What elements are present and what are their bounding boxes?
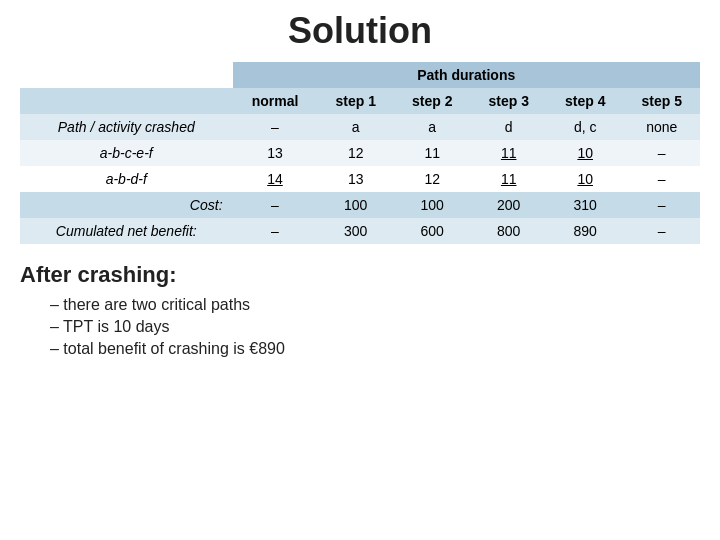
data-cell-1-2: 11	[394, 140, 471, 166]
path-activity-cell-4: d, c	[547, 114, 624, 140]
path-activity-cell-2: a	[394, 114, 471, 140]
bullet-item-2: total benefit of crashing is €890	[50, 340, 700, 358]
data-cell-1-1: 12	[317, 140, 394, 166]
col-header-step3: step 3	[470, 88, 547, 114]
benefit-cell-1: 300	[317, 218, 394, 244]
col-header-normal: normal	[233, 88, 318, 114]
row-label-1: a-b-c-e-f	[20, 140, 233, 166]
col-header-step2: step 2	[394, 88, 471, 114]
col-header-step1: step 1	[317, 88, 394, 114]
data-cell-1-5: –	[623, 140, 700, 166]
data-cell-2-3: 11	[470, 166, 547, 192]
col-header-step4: step 4	[547, 88, 624, 114]
bullet-item-0: there are two critical paths	[50, 296, 700, 314]
cost-cell-4: 310	[547, 192, 624, 218]
data-cell-2-1: 13	[317, 166, 394, 192]
cost-cell-0: –	[233, 192, 318, 218]
after-crashing-heading: After crashing:	[20, 262, 700, 288]
cost-cell-3: 200	[470, 192, 547, 218]
benefit-cell-3: 800	[470, 218, 547, 244]
benefit-cell-0: –	[233, 218, 318, 244]
row-label-2: a-b-d-f	[20, 166, 233, 192]
benefit-cell-4: 890	[547, 218, 624, 244]
benefit-cell-2: 600	[394, 218, 471, 244]
data-cell-1-3: 11	[470, 140, 547, 166]
col-header-step5: step 5	[623, 88, 700, 114]
col-header-label	[20, 88, 233, 114]
data-cell-2-4: 10	[547, 166, 624, 192]
benefit-cell-5: –	[623, 218, 700, 244]
data-cell-1-0: 13	[233, 140, 318, 166]
path-activity-label: Path / activity crashed	[20, 114, 233, 140]
cost-label: Cost:	[20, 192, 233, 218]
cost-cell-2: 100	[394, 192, 471, 218]
bullet-list: there are two critical pathsTPT is 10 da…	[50, 296, 700, 358]
path-activity-cell-0: –	[233, 114, 318, 140]
data-cell-2-0: 14	[233, 166, 318, 192]
data-cell-2-2: 12	[394, 166, 471, 192]
data-cell-2-5: –	[623, 166, 700, 192]
cost-cell-5: –	[623, 192, 700, 218]
path-activity-cell-5: none	[623, 114, 700, 140]
cost-cell-1: 100	[317, 192, 394, 218]
path-activity-cell-3: d	[470, 114, 547, 140]
data-cell-1-4: 10	[547, 140, 624, 166]
page-title: Solution	[20, 10, 700, 52]
bullet-item-1: TPT is 10 days	[50, 318, 700, 336]
path-durations-header: Path durations	[233, 62, 700, 88]
solution-table: Path durations normal step 1 step 2 step…	[20, 62, 700, 244]
benefit-label: Cumulated net benefit:	[20, 218, 233, 244]
path-activity-cell-1: a	[317, 114, 394, 140]
